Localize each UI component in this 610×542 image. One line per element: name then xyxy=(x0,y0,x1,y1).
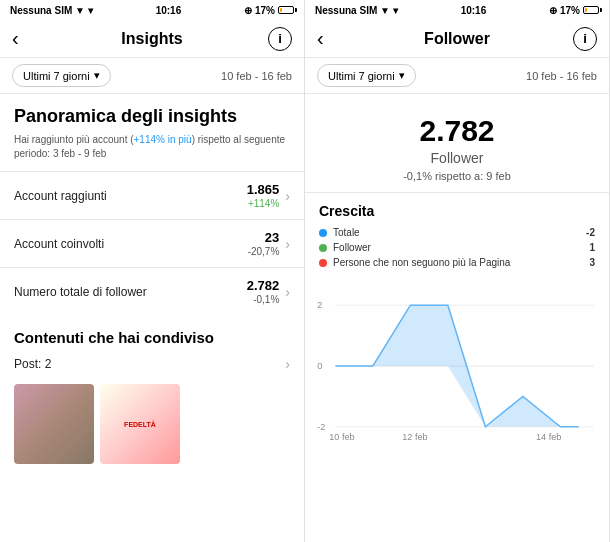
battery-icon xyxy=(278,6,294,14)
date-range-insights: 10 feb - 16 feb xyxy=(221,70,292,82)
follower-change: -0,1% rispetto a: 9 feb xyxy=(319,170,595,182)
period-dropdown-insights[interactable]: Ultimi 7 giorni ▾ xyxy=(12,64,111,87)
contenuti-section-header: Contenuti che hai condiviso xyxy=(0,315,304,350)
metric-arrow-0: › xyxy=(285,188,290,204)
info-button-follower[interactable]: i xyxy=(573,27,597,51)
contenuti-title: Contenuti che hai condiviso xyxy=(14,329,290,346)
metric-label-0: Account raggiunti xyxy=(14,189,107,203)
metric-change-0: +114% xyxy=(248,198,279,209)
metric-value-2: 2.782 xyxy=(247,278,280,293)
location-icon: ⊕ xyxy=(244,5,252,16)
location-icon-right: ⊕ xyxy=(549,5,557,16)
battery-icon-right xyxy=(583,6,599,14)
legend-dot-1 xyxy=(319,244,327,252)
battery-fill-right xyxy=(585,8,587,12)
status-bar-right: Nessuna SIM ▼ ▾ 10:16 ⊕ 17% xyxy=(305,0,609,20)
page-title-insights: Insights xyxy=(121,30,182,48)
legend-value-0: -2 xyxy=(586,227,595,238)
legend-dot-2 xyxy=(319,259,327,267)
legend-left-0: Totale xyxy=(319,227,360,238)
insights-overview-header: Panoramica degli insights Hai raggiunto … xyxy=(0,94,304,171)
status-bar-left: Nessuna SIM ▼ ▾ 10:16 ⊕ 17% xyxy=(0,0,304,20)
follower-count: 2.782 xyxy=(319,114,595,148)
y-label-0: 0 xyxy=(317,361,322,371)
legend-value-1: 1 xyxy=(589,242,595,253)
legend-row-1: Follower 1 xyxy=(319,242,595,253)
highlight-text: +114% in più xyxy=(134,134,192,145)
metric-label-1: Account coinvolti xyxy=(14,237,104,251)
metric-row-account-raggiunti[interactable]: Account raggiunti 1.865 +114% › xyxy=(0,171,304,219)
x-label-12feb: 12 feb xyxy=(402,432,427,442)
follower-label: Follower xyxy=(319,150,595,166)
nav-bar-insights: ‹ Insights i xyxy=(0,20,304,58)
back-button-follower[interactable]: ‹ xyxy=(317,27,341,50)
y-label-neg2: -2 xyxy=(317,422,325,432)
dropdown-label-insights: Ultimi 7 giorni xyxy=(23,70,90,82)
insights-title: Panoramica degli insights xyxy=(14,106,290,127)
y-label-2: 2 xyxy=(317,300,322,310)
status-right: ⊕ 17% xyxy=(244,5,294,16)
post-label: Post: 2 xyxy=(14,357,51,371)
x-label-14feb: 14 feb xyxy=(536,432,561,442)
crescita-section: Crescita Totale -2 Follower 1 Persone xyxy=(305,193,609,282)
page-title-follower: Follower xyxy=(424,30,490,48)
legend-dot-0 xyxy=(319,229,327,237)
legend-text-1: Follower xyxy=(333,242,371,253)
dropdown-chevron-insights: ▾ xyxy=(94,69,100,82)
battery-text-right: 17% xyxy=(560,5,580,16)
status-left-right: Nessuna SIM ▼ ▾ xyxy=(315,5,398,16)
time-display: 10:16 xyxy=(156,5,182,16)
battery-fill xyxy=(280,8,282,12)
metric-row-account-coinvolti[interactable]: Account coinvolti 23 -20,7% › xyxy=(0,219,304,267)
post-thumb-1[interactable] xyxy=(14,384,94,464)
legend-row-0: Totale -2 xyxy=(319,227,595,238)
dropdown-chevron-follower: ▾ xyxy=(399,69,405,82)
crescita-title: Crescita xyxy=(319,203,595,219)
info-button-insights[interactable]: i xyxy=(268,27,292,51)
follower-hero: 2.782 Follower -0,1% rispetto a: 9 feb xyxy=(305,94,609,193)
dropdown-label-follower: Ultimi 7 giorni xyxy=(328,70,395,82)
metric-value-1: 23 xyxy=(265,230,279,245)
time-display-right: 10:16 xyxy=(461,5,487,16)
post-thumb-text: FEDELTÀ xyxy=(120,417,160,432)
metric-row-follower[interactable]: Numero totale di follower 2.782 -0,1% › xyxy=(0,267,304,315)
metric-label-2: Numero totale di follower xyxy=(14,285,147,299)
metric-value-0: 1.865 xyxy=(247,182,280,197)
carrier-text: Nessuna SIM ▼ xyxy=(10,5,85,16)
metric-right-2: 2.782 -0,1% › xyxy=(247,278,290,305)
metric-right-0: 1.865 +114% › xyxy=(247,182,290,209)
back-button[interactable]: ‹ xyxy=(12,27,36,50)
nav-bar-follower: ‹ Follower i xyxy=(305,20,609,58)
follower-panel: Nessuna SIM ▼ ▾ 10:16 ⊕ 17% ‹ Follower i… xyxy=(305,0,610,542)
wifi-icon: ▾ xyxy=(88,5,93,16)
legend-text-0: Totale xyxy=(333,227,360,238)
legend-value-2: 3 xyxy=(589,257,595,268)
legend-left-1: Follower xyxy=(319,242,371,253)
metric-right-1: 23 -20,7% › xyxy=(248,230,290,257)
x-label-10feb: 10 feb xyxy=(329,432,354,442)
post-images: FEDELTÀ xyxy=(0,378,304,478)
post-subheader[interactable]: Post: 2 › xyxy=(0,350,304,378)
metric-change-2: -0,1% xyxy=(253,294,279,305)
post-arrow: › xyxy=(285,356,290,372)
metric-arrow-2: › xyxy=(285,284,290,300)
filter-bar-insights: Ultimi 7 giorni ▾ 10 feb - 16 feb xyxy=(0,58,304,94)
post-thumb-2[interactable]: FEDELTÀ xyxy=(100,384,180,464)
chart-svg: 2 0 -2 10 feb 12 feb 14 feb xyxy=(313,290,601,442)
status-left: Nessuna SIM ▼ ▾ xyxy=(10,5,93,16)
legend-left-2: Persone che non seguono più la Pagina xyxy=(319,257,510,268)
filter-bar-follower: Ultimi 7 giorni ▾ 10 feb - 16 feb xyxy=(305,58,609,94)
metric-value-block-0: 1.865 +114% xyxy=(247,182,280,209)
metric-change-1: -20,7% xyxy=(248,246,280,257)
insights-subtitle: Hai raggiunto più account (+114% in più)… xyxy=(14,133,290,161)
period-dropdown-follower[interactable]: Ultimi 7 giorni ▾ xyxy=(317,64,416,87)
status-right-right: ⊕ 17% xyxy=(549,5,599,16)
metric-value-block-1: 23 -20,7% xyxy=(248,230,280,257)
legend-row-2: Persone che non seguono più la Pagina 3 xyxy=(319,257,595,268)
wifi-icon-right: ▾ xyxy=(393,5,398,16)
legend-text-2: Persone che non seguono più la Pagina xyxy=(333,257,510,268)
battery-text: 17% xyxy=(255,5,275,16)
insights-content: Panoramica degli insights Hai raggiunto … xyxy=(0,94,304,542)
metric-value-block-2: 2.782 -0,1% xyxy=(247,278,280,305)
carrier-text-right: Nessuna SIM ▼ xyxy=(315,5,390,16)
